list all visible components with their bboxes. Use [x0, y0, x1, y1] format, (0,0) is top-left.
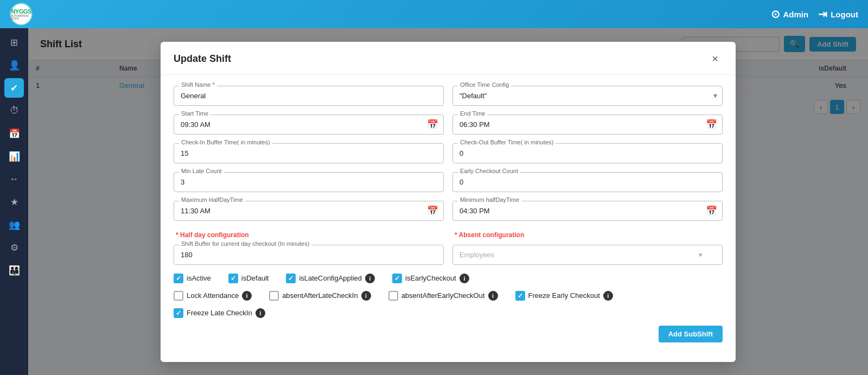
min-halfday-input[interactable]: [452, 201, 723, 221]
max-halfday-input[interactable]: [174, 201, 444, 221]
isEarlyCheckout-info-icon[interactable]: i: [459, 274, 469, 283]
logo-main-text: NYGGS: [11, 9, 31, 15]
isDefault-checkbox[interactable]: ✓: [228, 274, 238, 283]
early-checkout-count-input[interactable]: [452, 172, 723, 192]
isActive-checkbox[interactable]: ✓: [174, 274, 183, 283]
end-time-input[interactable]: [452, 115, 723, 135]
shift-name-input[interactable]: [174, 86, 444, 106]
min-halfday-label: Minimum halfDayTime: [458, 196, 521, 203]
isActive-label: isActive: [187, 274, 211, 282]
user-icon: ⊙: [771, 8, 780, 21]
checkbox-isDefault: ✓ isDefault: [228, 274, 269, 283]
absentAfterLateCheckIn-info-icon[interactable]: i: [361, 291, 371, 301]
absentAfterEarlyCheckOut-checkbox[interactable]: [388, 291, 398, 301]
checkin-buffer-input[interactable]: [174, 143, 444, 163]
half-day-config-label-wrapper: Half day configuration: [174, 230, 444, 239]
form-row-2: Start Time 📅 End Time 📅: [174, 115, 723, 135]
add-subshift-area: Add SubShift: [174, 326, 723, 351]
shift-name-label: Shift Name *: [179, 81, 217, 88]
logout-button[interactable]: ⇥ Logout: [818, 8, 858, 21]
checkbox-freezeLateCheckIn: ✓ Freeze Late CheckIn i: [174, 308, 265, 318]
isEarlyCheckout-label: isEarlyCheckout: [405, 274, 456, 282]
freezeLateCheckIn-info-icon[interactable]: i: [256, 308, 265, 318]
employees-placeholder: Employees: [459, 251, 494, 259]
checkbox-lockAttendance: Lock Attendance i: [174, 291, 252, 301]
sidebar-icon-grid[interactable]: ⊞: [4, 33, 24, 52]
form-row-6: Shift Buffer for current day checkout (I…: [174, 245, 723, 265]
checkboxes-row-1: ✓ isActive ✓ isDefault ✓ isLateConfigApp…: [174, 274, 723, 283]
checkbox-isEarlyCheckout: ✓ isEarlyCheckout i: [392, 274, 469, 283]
office-time-config-select[interactable]: "Default": [452, 86, 723, 106]
user-menu[interactable]: ⊙ Admin: [771, 8, 809, 21]
lockAttendance-checkbox[interactable]: [174, 291, 183, 301]
shift-name-group: Shift Name *: [174, 86, 444, 106]
sidebar-icon-person[interactable]: 👤: [4, 55, 24, 75]
main-layout: ⊞ 👤 ✔ ⏱ 📅 📊 ↔ ★ 👥 ⚙ 👨‍👩‍👧 Shift List 🔍 A…: [0, 28, 868, 375]
checkbox-isActive: ✓ isActive: [174, 274, 211, 283]
isDefault-label: isDefault: [241, 274, 269, 282]
half-day-config-label: Half day configuration: [174, 231, 251, 239]
min-halfday-group: Minimum halfDayTime 📅: [452, 201, 723, 221]
freezeLateCheckIn-checkbox[interactable]: ✓: [174, 308, 183, 318]
absentAfterEarlyCheckOut-info-icon[interactable]: i: [488, 291, 498, 301]
early-checkout-count-label: Early Checkout Count: [458, 168, 520, 174]
sidebar-icon-calendar[interactable]: 📅: [4, 124, 24, 143]
logout-icon: ⇥: [818, 8, 827, 21]
add-subshift-button[interactable]: Add SubShift: [659, 326, 723, 342]
lockAttendance-info-icon[interactable]: i: [242, 291, 252, 301]
modal-body: Shift Name * Office Time Config "Default…: [161, 75, 736, 362]
logo: NYGGS AUTOMATION SUITE: [10, 3, 33, 26]
min-late-count-input[interactable]: [174, 172, 444, 192]
sidebar-icon-star[interactable]: ★: [4, 192, 24, 212]
section-labels-row: Half day configuration Absent configurat…: [174, 230, 723, 239]
checkout-buffer-group: Check-Out Buffer Time( in minutes): [452, 143, 723, 163]
employees-chevron-icon: ▾: [699, 251, 703, 259]
sidebar-icon-clock[interactable]: ⏱: [4, 101, 24, 120]
end-time-label: End Time: [458, 110, 487, 117]
start-time-input[interactable]: [174, 115, 444, 135]
sidebar-icon-users[interactable]: 👥: [4, 215, 24, 234]
absent-config-label-wrapper: Absent configuration: [452, 230, 723, 239]
end-time-group: End Time 📅: [452, 115, 723, 135]
sidebar-icon-group[interactable]: 👨‍👩‍👧: [4, 260, 24, 280]
shift-buffer-group: Shift Buffer for current day checkout (I…: [174, 245, 444, 265]
freezeEarlyCheckout-checkbox[interactable]: ✓: [515, 291, 525, 301]
checkbox-isLateConfigApplied: ✓ isLateConfigApplied i: [286, 274, 375, 283]
start-time-group: Start Time 📅: [174, 115, 444, 135]
max-halfday-group: Maximum HalfDayTime 📅: [174, 201, 444, 221]
sidebar-icon-shift[interactable]: ↔: [4, 169, 24, 189]
isEarlyCheckout-checkbox[interactable]: ✓: [392, 274, 402, 283]
modal-close-button[interactable]: ×: [707, 52, 723, 67]
form-row-3: Check-In Buffer Time( in minutes) Check-…: [174, 143, 723, 163]
checkbox-freezeEarlyCheckout: ✓ Freeze Early Checkout i: [515, 291, 613, 301]
modal-overlay: Update Shift × Shift Name * Office Time …: [28, 28, 868, 375]
sidebar-icon-settings[interactable]: ⚙: [4, 238, 24, 257]
logout-label: Logout: [831, 10, 858, 19]
absentAfterEarlyCheckOut-label: absentAfterEarlyCheckOut: [401, 291, 485, 300]
checkout-buffer-label: Check-Out Buffer Time( in minutes): [458, 139, 556, 145]
early-checkout-count-group: Early Checkout Count: [452, 172, 723, 192]
shift-buffer-input[interactable]: [174, 245, 444, 265]
employees-dropdown[interactable]: Employees ▾: [452, 245, 723, 265]
office-time-config-group: Office Time Config "Default" ▾: [452, 86, 723, 106]
checkin-buffer-label: Check-In Buffer Time( in minutes): [179, 139, 272, 145]
isLateConfigApplied-label: isLateConfigApplied: [299, 274, 362, 282]
logo-circle: NYGGS AUTOMATION SUITE: [10, 3, 33, 26]
checkout-buffer-input[interactable]: [452, 143, 723, 163]
absentAfterLateCheckIn-label: absentAfterLateCheckIn: [282, 291, 358, 300]
checkbox-absentAfterEarlyCheckOut: absentAfterEarlyCheckOut i: [388, 291, 498, 301]
update-shift-modal: Update Shift × Shift Name * Office Time …: [161, 42, 736, 362]
shift-buffer-label: Shift Buffer for current day checkout (I…: [179, 240, 311, 247]
absentAfterLateCheckIn-checkbox[interactable]: [269, 291, 279, 301]
sidebar-icon-check[interactable]: ✔: [4, 78, 24, 98]
min-late-count-group: Min Late Count: [174, 172, 444, 192]
sidebar: ⊞ 👤 ✔ ⏱ 📅 📊 ↔ ★ 👥 ⚙ 👨‍👩‍👧: [0, 28, 28, 375]
office-time-config-label: Office Time Config: [458, 81, 511, 88]
sidebar-icon-chart[interactable]: 📊: [4, 147, 24, 166]
checkin-buffer-group: Check-In Buffer Time( in minutes): [174, 143, 444, 163]
user-label: Admin: [783, 10, 809, 19]
freezeEarlyCheckout-info-icon[interactable]: i: [603, 291, 613, 301]
isLateConfigApplied-checkbox[interactable]: ✓: [286, 274, 296, 283]
isLateConfigApplied-info-icon[interactable]: i: [365, 274, 375, 283]
max-halfday-label: Maximum HalfDayTime: [179, 196, 245, 203]
